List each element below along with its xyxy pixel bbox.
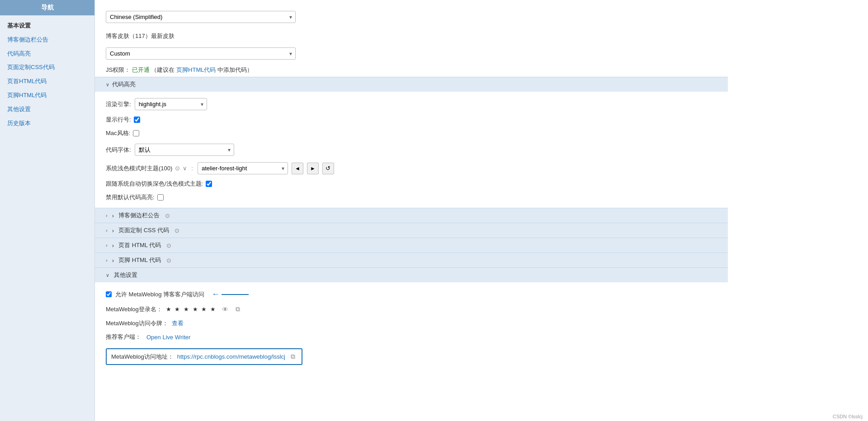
allow-metaweblog-row: 允许 MetaWeblog 博客客户端访问 ← [106,287,717,302]
content-area: Chinese (Simplified) 博客皮肤（117）最新皮肤 Custo… [95,0,728,379]
js-permission-hint: （建议在 页脚HTML代码 中添加代码） [151,66,253,73]
show-line-numbers-checkbox[interactable] [134,117,140,123]
render-engine-label: 渲染引擎: [106,100,131,108]
code-font-row: 代码字体: 默认 [106,140,717,159]
code-font-select-wrapper: 默认 [135,144,234,156]
footer-html-header[interactable]: › › 页脚 HTML 代码 ⊙ [95,253,728,267]
render-engine-select[interactable]: highlight.js [135,98,207,110]
custom-css-help-icon[interactable]: ⊙ [175,227,179,234]
disable-default-checkbox[interactable] [157,194,164,201]
skin-row: 博客皮肤（117）最新皮肤 [106,28,717,44]
double-angle-4: › [112,257,114,264]
double-angle-1: › [112,212,114,219]
collapse-down-icon-2: ∨ [106,272,109,278]
double-angle-2: › [112,227,114,234]
metaweblog-copy-login-icon[interactable]: ⧉ [234,304,242,314]
sidebar-item-basic-settings[interactable]: 基本设置 [0,19,94,33]
code-font-label: 代码字体: [106,146,131,154]
footer-html-link[interactable]: 页脚HTML代码 [176,66,216,73]
render-engine-row: 渲染引擎: highlight.js [106,95,717,113]
footer-html-help-icon[interactable]: ⊙ [166,257,171,264]
metaweblog-url-label: MetaWeblog访问地址： [111,353,174,361]
skin-select-wrapper: Custom [106,47,296,60]
other-settings-content: 允许 MetaWeblog 博客客户端访问 ← MetaWeblog登录名： ★… [106,282,717,372]
collapse-right-icon-2: › [106,228,108,233]
arrow-line [222,294,249,295]
metaweblog-stars: ★ ★ ★ ★ ★ ★ [166,306,217,313]
header-html-help-icon[interactable]: ⊙ [166,242,171,249]
collapse-down-icon: ∨ [106,82,109,88]
sidebar-item-other-settings[interactable]: 其他设置 [0,103,94,117]
light-theme-row: 系统浅色模式时主题(100) ⊙ ∨ : atelier-forest-ligh… [106,159,717,177]
metaweblog-eye-icon[interactable]: 👁 [220,305,230,314]
custom-css-header-label: 页面定制 CSS 代码 [118,226,169,234]
code-font-select[interactable]: 默认 [135,144,234,156]
skin-label: 博客皮肤（117）最新皮肤 [106,32,175,40]
light-theme-select-wrapper: atelier-forest-light [198,162,288,174]
light-theme-separator: : [192,165,193,172]
sidebar-item-footer-html[interactable]: 页脚HTML代码 [0,89,94,103]
light-theme-select[interactable]: atelier-forest-light [198,162,288,174]
sidebar-item-code-highlight[interactable]: 代码高亮 [0,47,94,61]
language-select[interactable]: Chinese (Simplified) [106,11,296,23]
sidebar-title: 导航 [0,0,94,15]
footer-bar: CSDN ©lsslcj [827,412,868,421]
sidebar: 导航 基本设置 博客侧边栏公告 代码高亮 页面定制CSS代码 页首HTML代码 … [0,0,95,421]
collapse-right-icon-4: › [106,257,108,263]
sidebar-announcement-header-label: 博客侧边栏公告 [118,211,160,220]
auto-switch-row: 跟随系统自动切换深色/浅色模式主题: [106,177,717,191]
skin-select[interactable]: Custom [106,47,296,60]
metaweblog-copy-url-icon[interactable]: ⧉ [289,352,297,361]
metaweblog-token-label: MetaWeblog访问令牌： [106,319,168,327]
light-theme-help-icon[interactable]: ⊙ [175,165,180,172]
show-line-numbers-label: 显示行号: [106,116,131,124]
code-highlight-header[interactable]: ∨ 代码高亮 [95,77,728,92]
recommended-client-label: 推荐客户端： [106,333,141,341]
code-highlight-content: 渲染引擎: highlight.js 显示行号: Mac风格: 代码字体: [106,92,717,208]
mac-style-row: Mac风格: [106,126,717,140]
js-permission-row: JS权限： 已开通 （建议在 页脚HTML代码 中添加代码） [106,63,717,77]
metaweblog-login-label: MetaWeblog登录名： [106,305,162,313]
footer-html-header-label: 页脚 HTML 代码 [118,256,161,264]
sidebar-item-custom-css[interactable]: 页面定制CSS代码 [0,61,94,75]
sidebar-announcement-help-icon[interactable]: ⊙ [165,212,170,219]
show-line-numbers-row: 显示行号: [106,113,717,126]
code-highlight-header-label: 代码高亮 [112,80,136,89]
disable-default-label: 禁用默认代码高亮: [106,193,155,201]
js-permission-status: 已开通 [132,66,150,73]
metaweblog-url-box: MetaWeblog访问地址： https://rpc.cnblogs.com/… [106,348,302,365]
metaweblog-url-link[interactable]: https://rpc.cnblogs.com/metaweblog/lsslc… [177,353,285,360]
sidebar-item-header-html[interactable]: 页首HTML代码 [0,75,94,89]
mac-style-checkbox[interactable] [133,130,139,136]
theme-refresh-button[interactable]: ↺ [322,163,334,174]
sidebar-item-history[interactable]: 历史版本 [0,117,94,131]
other-settings-header-label: 其他设置 [114,271,137,279]
auto-switch-checkbox[interactable] [206,181,212,187]
language-select-wrapper: Chinese (Simplified) [106,11,296,23]
metaweblog-token-view-link[interactable]: 查看 [172,319,184,327]
metaweblog-token-row: MetaWeblog访问令牌： 查看 [106,317,717,330]
sidebar-item-sidebar-announcement[interactable]: 博客侧边栏公告 [0,33,94,47]
theme-prev-button[interactable]: ◄ [292,163,303,174]
auto-switch-label: 跟随系统自动切换深色/浅色模式主题: [106,180,203,188]
other-settings-header[interactable]: ∨ 其他设置 [95,267,728,282]
metaweblog-login-row: MetaWeblog登录名： ★ ★ ★ ★ ★ ★ 👁 ⧉ [106,302,717,317]
mac-style-label: Mac风格: [106,129,130,137]
theme-next-button[interactable]: ► [307,163,319,174]
main-content: Chinese (Simplified) 博客皮肤（117）最新皮肤 Custo… [95,0,868,421]
sidebar-announcement-header[interactable]: › › 博客侧边栏公告 ⊙ [95,208,728,223]
metaweblog-url-row: MetaWeblog访问地址： https://rpc.cnblogs.com/… [106,344,717,368]
allow-metaweblog-checkbox[interactable] [106,291,112,297]
sidebar-nav: 基本设置 博客侧边栏公告 代码高亮 页面定制CSS代码 页首HTML代码 页脚H… [0,15,94,134]
recommended-client-row: 推荐客户端： Open Live Writer [106,330,717,344]
disable-default-row: 禁用默认代码高亮: [106,191,717,204]
open-live-writer-link[interactable]: Open Live Writer [146,334,190,341]
double-angle-3: › [112,242,114,249]
custom-css-header[interactable]: › › 页面定制 CSS 代码 ⊙ [95,223,728,238]
footer-copyright: CSDN ©lsslcj [833,414,863,419]
js-permission-label: JS权限： [106,66,130,73]
light-theme-dropdown-icon: ∨ [183,165,187,172]
collapse-right-icon-3: › [106,243,108,248]
header-html-header[interactable]: › › 页首 HTML 代码 ⊙ [95,238,728,253]
language-row: Chinese (Simplified) [106,7,717,27]
